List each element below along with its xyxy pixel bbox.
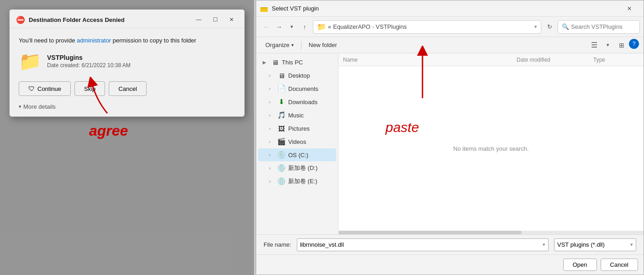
address-prefix: «: [328, 23, 331, 30]
videos-expand-icon: ›: [269, 139, 274, 144]
documents-label: Documents: [288, 85, 318, 92]
downloads-label: Downloads: [288, 99, 317, 106]
address-chevron[interactable]: ▾: [534, 24, 537, 30]
search-bar: 🔍: [558, 20, 640, 34]
e-drive-icon: 💿: [277, 177, 285, 185]
dialog-action-buttons: Open Cancel: [256, 254, 644, 275]
dialog-titlebar: ⛔ Destination Folder Access Denied — ☐ ✕: [10, 10, 244, 28]
d-drive-expand-icon: ›: [269, 166, 274, 171]
dialog-folder-info: 📁 VSTPlugins Date created: 6/21/2022 10:…: [19, 52, 235, 70]
sidebar-item-c-drive[interactable]: › 💿 OS (C:): [258, 148, 336, 161]
cancel-dialog-button[interactable]: Cancel: [109, 81, 146, 96]
sidebar-item-videos[interactable]: › 🎬 Videos: [258, 135, 336, 148]
c-drive-icon: 💿: [277, 151, 285, 159]
pictures-label: Pictures: [288, 125, 310, 132]
sidebar-item-documents[interactable]: › 📄 Documents: [258, 82, 336, 95]
up-button[interactable]: ↑: [298, 21, 311, 33]
dialog-maximize-button[interactable]: ☐: [209, 14, 222, 25]
address-separator: ›: [372, 24, 374, 30]
admin-link[interactable]: administrator: [77, 37, 111, 44]
dropdown-button[interactable]: ▾: [285, 21, 298, 33]
explorer-toolbar: ← → ▾ ↑ 📁 « EqualizerAPO › VSTPlugins ▾ …: [256, 17, 644, 37]
empty-text: No items match your search.: [453, 145, 528, 152]
sidebar-item-downloads[interactable]: › ⬇ Downloads: [258, 95, 336, 108]
sidebar-item-desktop[interactable]: › 🖥 Desktop: [258, 69, 336, 82]
sidebar-item-e-drive[interactable]: › 💿 新加卷 (E:): [258, 175, 336, 188]
dialog-buttons: 🛡 Continue Skip Cancel: [19, 79, 235, 100]
documents-icon: 📄: [277, 85, 285, 93]
forward-button[interactable]: →: [273, 21, 285, 33]
dialog-close-button[interactable]: ✕: [225, 14, 238, 25]
dialog-title-text: Destination Folder Access Denied: [29, 16, 189, 23]
paste-arrow: [409, 46, 436, 100]
help-button[interactable]: ?: [629, 39, 639, 49]
dialog-body: You'll need to provide administrator per…: [10, 28, 244, 116]
file-type-value: VST plugins (*.dll): [557, 241, 605, 248]
c-drive-label: OS (C:): [288, 152, 308, 159]
nav-button-group: ← → ▾ ↑: [260, 21, 311, 33]
pictures-icon: 🖼: [277, 124, 285, 132]
continue-button[interactable]: 🛡 Continue: [19, 81, 71, 96]
organize-button[interactable]: Organize ▾: [261, 40, 298, 50]
more-details-label: More details: [23, 103, 56, 110]
address-folder-icon: 📁: [317, 22, 326, 31]
file-name-label: File name:: [264, 241, 291, 248]
file-name-dropdown-icon[interactable]: ▾: [543, 242, 545, 248]
sidebar-item-pictures[interactable]: › 🖼 Pictures: [258, 122, 336, 135]
c-drive-expand-icon: ›: [269, 153, 274, 158]
search-input[interactable]: [571, 23, 636, 30]
col-date-header[interactable]: Date modified: [517, 57, 590, 63]
explorer-close-button[interactable]: ✕: [619, 2, 640, 16]
horizontal-scrollbar[interactable]: [338, 231, 644, 234]
command-bar: Organize ▾ New folder ☰ ▾ ⊞ ?: [256, 37, 644, 53]
view-dropdown-button[interactable]: ▾: [602, 39, 614, 52]
music-label: Music: [288, 112, 304, 119]
music-expand-icon: ›: [269, 113, 274, 118]
sidebar-item-d-drive[interactable]: › 💿 新加卷 (D:): [258, 162, 336, 175]
list-view-button[interactable]: ☰: [588, 39, 601, 52]
explorer-main: ▶ 🖥 This PC › 🖥 Desktop › 📄 Documents › …: [256, 53, 644, 231]
folder-details: VSTPlugins Date created: 6/21/2022 10:38…: [47, 54, 131, 69]
search-icon: 🔍: [562, 23, 569, 30]
organize-chevron-icon: ▾: [291, 42, 294, 48]
downloads-expand-icon: ›: [269, 100, 274, 105]
organize-label: Organize: [265, 42, 290, 48]
skip-button[interactable]: Skip: [74, 81, 105, 96]
dialog-message: You'll need to provide administrator per…: [19, 37, 235, 45]
address-current: VSTPlugins: [376, 23, 407, 30]
dialog-minimize-button[interactable]: —: [192, 14, 205, 25]
e-drive-expand-icon: ›: [269, 179, 274, 184]
this-pc-label: This PC: [282, 59, 303, 66]
d-drive-label: 新加卷 (D:): [288, 164, 317, 172]
open-button[interactable]: Open: [563, 259, 597, 271]
file-type-chevron-icon: ▾: [630, 242, 633, 248]
sidebar-item-this-pc[interactable]: ▶ 🖥 This PC: [258, 56, 336, 69]
pictures-expand-icon: ›: [269, 126, 274, 131]
file-type-select[interactable]: VST plugins (*.dll) ▾: [554, 238, 636, 251]
cancel-explorer-button[interactable]: Cancel: [601, 259, 638, 271]
file-name-value: librnnoise_vst.dll: [300, 241, 344, 248]
new-folder-button[interactable]: New folder: [304, 40, 342, 50]
more-details-toggle[interactable]: ▾ More details: [19, 100, 235, 112]
paste-annotation: paste: [385, 120, 419, 135]
continue-label: Continue: [37, 85, 61, 92]
explorer-title-icon: [260, 5, 268, 13]
scrollbar-thumb[interactable]: [338, 231, 522, 234]
e-drive-label: 新加卷 (E:): [288, 177, 317, 185]
refresh-button[interactable]: ↻: [543, 21, 556, 33]
sidebar-item-music[interactable]: › 🎵 Music: [258, 109, 336, 122]
details-view-button[interactable]: ⊞: [615, 39, 628, 52]
address-bar[interactable]: 📁 « EqualizerAPO › VSTPlugins ▾: [313, 20, 541, 34]
address-parent: EqualizerAPO: [333, 23, 370, 30]
file-name-input[interactable]: librnnoise_vst.dll ▾: [297, 238, 549, 251]
this-pc-expand-icon: ▶: [263, 60, 268, 65]
content-area: Name Date modified Type No items match y…: [338, 53, 644, 231]
file-name-bar: File name: librnnoise_vst.dll ▾ VST plug…: [256, 234, 644, 254]
back-button[interactable]: ←: [260, 21, 273, 33]
new-folder-label: New folder: [309, 42, 337, 48]
explorer-titlebar: Select VST plugin ✕: [256, 0, 644, 17]
documents-expand-icon: ›: [269, 86, 274, 91]
videos-label: Videos: [288, 138, 306, 145]
col-type-header[interactable]: Type: [593, 57, 639, 63]
music-icon: 🎵: [277, 111, 285, 119]
